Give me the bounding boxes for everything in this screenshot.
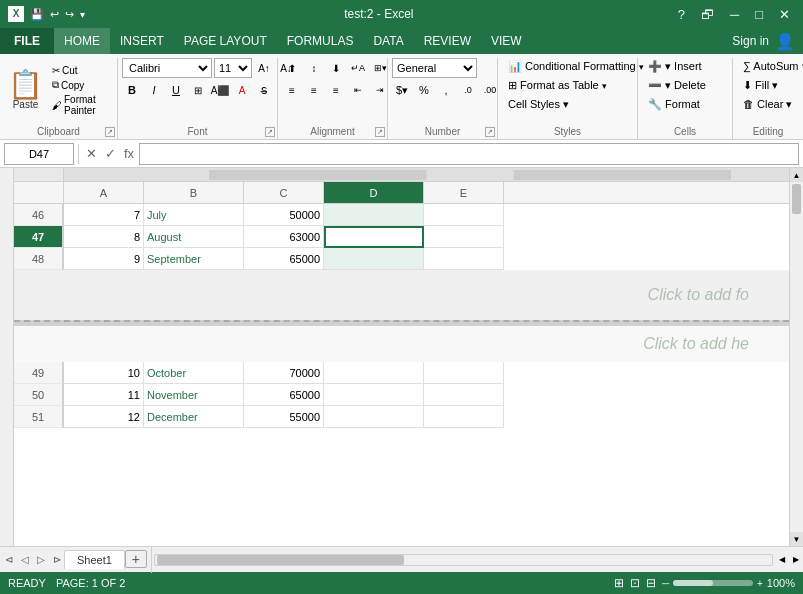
font-color-btn[interactable]: A xyxy=(232,80,252,100)
col-header-c[interactable]: C xyxy=(244,182,324,203)
align-center-btn[interactable]: ≡ xyxy=(304,80,324,100)
align-top-btn[interactable]: ⬆ xyxy=(282,58,302,78)
percent-btn[interactable]: % xyxy=(414,80,434,100)
cell-a46[interactable]: 7 xyxy=(64,204,144,226)
cell-b51[interactable]: December xyxy=(144,406,244,428)
fill-btn[interactable]: ⬇ Fill ▾ xyxy=(737,77,784,94)
page-break-view-btn[interactable]: ⊟ xyxy=(646,576,656,590)
cell-e48[interactable] xyxy=(424,248,504,270)
redo-btn[interactable]: ↪ xyxy=(65,8,74,21)
clear-btn[interactable]: 🗑 Clear ▾ xyxy=(737,96,798,113)
cell-d48[interactable] xyxy=(324,248,424,270)
col-header-d[interactable]: D xyxy=(324,182,424,203)
row-48[interactable]: 48 xyxy=(14,248,63,270)
home-menu[interactable]: HOME xyxy=(54,28,110,54)
scroll-thumb-v[interactable] xyxy=(792,184,801,214)
font-name-select[interactable]: Calibri xyxy=(122,58,212,78)
sheet-nav-last[interactable]: ⊳ xyxy=(50,552,64,567)
h-scroll-thumb[interactable] xyxy=(157,555,404,565)
format-painter-btn[interactable]: 🖌 Format Painter xyxy=(49,93,113,117)
cell-a49[interactable]: 10 xyxy=(64,362,144,384)
col-header-a[interactable]: A xyxy=(64,182,144,203)
cell-styles-btn[interactable]: Cell Styles ▾ xyxy=(502,96,575,113)
cell-d51[interactable] xyxy=(324,406,424,428)
format-as-table-btn[interactable]: ⊞ Format as Table ▾ xyxy=(502,77,613,94)
cell-d49[interactable] xyxy=(324,362,424,384)
h-scroll-right-btn[interactable]: ▶ xyxy=(789,553,803,566)
align-middle-btn[interactable]: ↕ xyxy=(304,58,324,78)
h-scroll-track[interactable] xyxy=(154,554,773,566)
sheet-nav-next[interactable]: ▷ xyxy=(34,552,48,567)
cell-b49[interactable]: October xyxy=(144,362,244,384)
vertical-scrollbar[interactable]: ▲ ▼ xyxy=(789,168,803,546)
col-header-e[interactable]: E xyxy=(424,182,504,203)
footer-area[interactable]: Click to add fo xyxy=(14,270,789,320)
currency-btn[interactable]: $▾ xyxy=(392,80,412,100)
maximize-btn[interactable]: □ xyxy=(750,5,768,24)
file-menu[interactable]: FILE xyxy=(0,28,54,54)
increase-font-btn[interactable]: A↑ xyxy=(254,58,274,78)
row-51[interactable]: 51 xyxy=(14,406,63,428)
normal-view-btn[interactable]: ⊞ xyxy=(614,576,624,590)
save-qat-btn[interactable]: 💾 xyxy=(30,8,44,21)
wrap-text-btn[interactable]: ↵A xyxy=(348,58,368,78)
fill-color-btn[interactable]: A⬛ xyxy=(210,80,230,100)
zoom-slider[interactable] xyxy=(673,580,753,586)
conditional-formatting-btn[interactable]: 📊 Conditional Formatting ▾ xyxy=(502,58,650,75)
strikethrough-btn[interactable]: S̶ xyxy=(254,80,274,100)
align-bottom-btn[interactable]: ⬇ xyxy=(326,58,346,78)
cell-d46[interactable] xyxy=(324,204,424,226)
italic-btn[interactable]: I xyxy=(144,80,164,100)
increase-indent-btn[interactable]: ⇥ xyxy=(370,80,390,100)
horizontal-scroll[interactable] xyxy=(151,547,775,573)
page-layout-view-btn[interactable]: ⊡ xyxy=(630,576,640,590)
font-expand[interactable]: ↗ xyxy=(265,127,275,137)
cell-a47[interactable]: 8 xyxy=(64,226,144,248)
zoom-out-btn[interactable]: ─ xyxy=(662,578,669,589)
cell-e50[interactable] xyxy=(424,384,504,406)
cancel-formula-btn[interactable]: ✕ xyxy=(83,146,100,161)
cell-d47[interactable] xyxy=(324,226,424,248)
row-47[interactable]: 47 xyxy=(14,226,63,248)
help-btn[interactable]: ? xyxy=(673,5,690,24)
formulas-menu[interactable]: FORMULAS xyxy=(277,28,364,54)
clipboard-expand[interactable]: ↗ xyxy=(105,127,115,137)
insert-btn[interactable]: ➕ ▾ Insert xyxy=(642,58,708,75)
h-scroll-left-btn[interactable]: ◀ xyxy=(775,553,789,566)
add-sheet-btn[interactable]: + xyxy=(125,550,147,568)
sign-in-btn[interactable]: Sign in xyxy=(732,34,769,48)
row-46[interactable]: 46 xyxy=(14,204,63,226)
row-50[interactable]: 50 xyxy=(14,384,63,406)
number-format-select[interactable]: General xyxy=(392,58,477,78)
align-right-btn[interactable]: ≡ xyxy=(326,80,346,100)
name-box[interactable]: D47 xyxy=(4,143,74,165)
cell-c50[interactable]: 65000 xyxy=(244,384,324,406)
cell-e49[interactable] xyxy=(424,362,504,384)
merge-btn[interactable]: ⊞▾ xyxy=(370,58,390,78)
delete-btn[interactable]: ➖ ▾ Delete xyxy=(642,77,712,94)
increase-decimal-btn[interactable]: .00 xyxy=(480,80,500,100)
decrease-decimal-btn[interactable]: .0 xyxy=(458,80,478,100)
format-btn[interactable]: 🔧 Format xyxy=(642,96,706,113)
cell-a50[interactable]: 11 xyxy=(64,384,144,406)
border-btn[interactable]: ⊞ xyxy=(188,80,208,100)
cell-a51[interactable]: 12 xyxy=(64,406,144,428)
sheet-tab-sheet1[interactable]: Sheet1 xyxy=(64,550,125,569)
bold-btn[interactable]: B xyxy=(122,80,142,100)
restore-btn[interactable]: 🗗 xyxy=(696,5,719,24)
cell-d50[interactable] xyxy=(324,384,424,406)
cell-b50[interactable]: November xyxy=(144,384,244,406)
sheet-nav-prev[interactable]: ◁ xyxy=(18,552,32,567)
cell-c51[interactable]: 55000 xyxy=(244,406,324,428)
alignment-expand[interactable]: ↗ xyxy=(375,127,385,137)
minimize-btn[interactable]: ─ xyxy=(725,5,744,24)
zoom-in-btn[interactable]: + xyxy=(757,578,763,589)
cell-e46[interactable] xyxy=(424,204,504,226)
col-header-b[interactable]: B xyxy=(144,182,244,203)
align-left-btn[interactable]: ≡ xyxy=(282,80,302,100)
formula-input[interactable] xyxy=(139,143,799,165)
scroll-up-btn[interactable]: ▲ xyxy=(790,168,803,182)
cell-c46[interactable]: 50000 xyxy=(244,204,324,226)
cell-a48[interactable]: 9 xyxy=(64,248,144,270)
cell-b47[interactable]: August xyxy=(144,226,244,248)
